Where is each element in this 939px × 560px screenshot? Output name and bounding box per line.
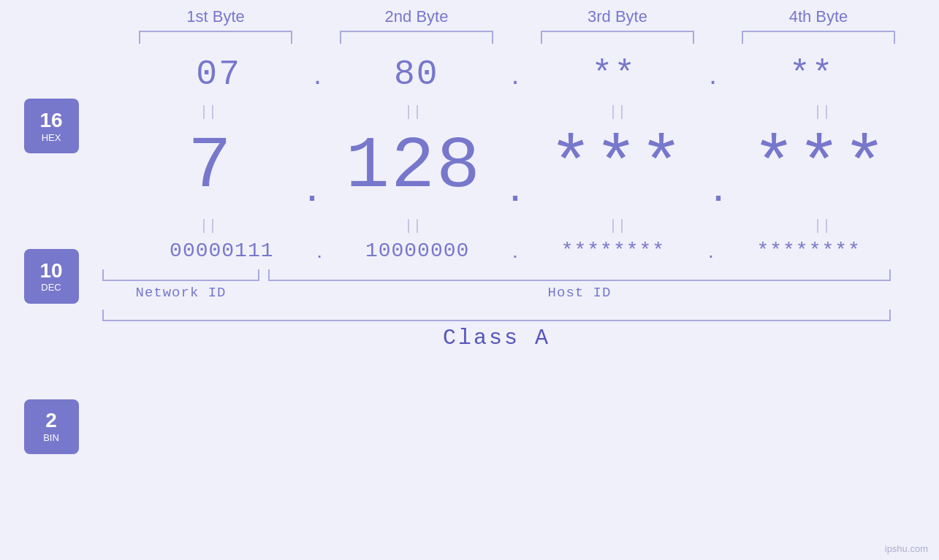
dot-dec-3: . bbox=[712, 161, 725, 208]
dec-val-3: *** bbox=[549, 126, 685, 208]
bracket-top-2 bbox=[340, 31, 493, 44]
bracket-top-3 bbox=[541, 31, 694, 44]
byte-label-2: 2nd Byte bbox=[336, 7, 497, 26]
bin-val-1: 00000111 bbox=[170, 239, 273, 262]
dot-hex-3: . bbox=[709, 61, 717, 88]
hex-val-3: ** bbox=[591, 55, 636, 94]
eq2-2: || bbox=[318, 218, 508, 234]
bin-val-2: 10000000 bbox=[365, 239, 469, 262]
eq1-4: || bbox=[727, 104, 917, 120]
hex-val-2: 80 bbox=[394, 55, 439, 94]
bracket-top-4 bbox=[742, 31, 895, 44]
badge-hex: 16 HEX bbox=[24, 99, 79, 153]
eq2-1: || bbox=[113, 218, 303, 234]
dot-bin-2: . bbox=[512, 241, 518, 261]
host-id-label: Host ID bbox=[268, 285, 891, 301]
hex-val-4: ** bbox=[789, 55, 835, 94]
byte-label-1: 1st Byte bbox=[135, 7, 296, 26]
dot-bin-1: . bbox=[316, 241, 322, 261]
network-id-label: Network ID bbox=[102, 285, 259, 301]
badges-column: 16 HEX 10 DEC 2 BIN bbox=[0, 51, 102, 560]
badge-bin: 2 BIN bbox=[24, 399, 79, 454]
dec-val-1: 7 bbox=[188, 126, 233, 208]
eq1-3: || bbox=[522, 104, 712, 120]
bin-val-4: ******** bbox=[756, 239, 860, 262]
bracket-class bbox=[102, 310, 891, 321]
dec-val-2: 128 bbox=[346, 126, 482, 208]
badge-dec: 10 DEC bbox=[24, 249, 79, 304]
bracket-network bbox=[102, 269, 259, 281]
eq2-3: || bbox=[522, 218, 712, 234]
dot-dec-1: . bbox=[305, 161, 319, 208]
eq1-2: || bbox=[318, 104, 508, 120]
eq1-1: || bbox=[113, 104, 303, 120]
class-label: Class A bbox=[102, 326, 891, 350]
dec-val-4: *** bbox=[752, 126, 888, 208]
dot-bin-3: . bbox=[708, 241, 714, 261]
byte-label-4: 4th Byte bbox=[738, 7, 899, 26]
dot-dec-2: . bbox=[509, 161, 522, 208]
dot-hex-1: . bbox=[313, 61, 322, 88]
bin-val-3: ******** bbox=[561, 239, 665, 262]
bracket-host bbox=[268, 269, 891, 281]
byte-label-3: 3rd Byte bbox=[537, 7, 698, 26]
hex-val-1: 07 bbox=[196, 55, 241, 94]
bracket-top-1 bbox=[139, 31, 292, 44]
dot-hex-2: . bbox=[512, 61, 520, 88]
eq2-4: || bbox=[727, 218, 917, 234]
watermark: ipshu.com bbox=[885, 543, 928, 554]
main-container: 1st Byte 2nd Byte 3rd Byte 4th Byte 16 H… bbox=[0, 0, 939, 560]
